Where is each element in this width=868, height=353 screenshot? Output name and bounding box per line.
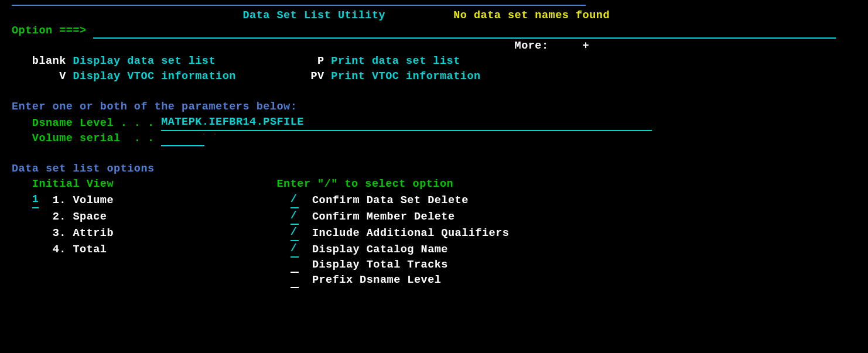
initial-view-header: Initial View — [32, 178, 114, 190]
dsname-input[interactable]: MATEPK.IEFBR14.PSFILE — [161, 115, 652, 131]
sel-2-label: Confirm Member Delete — [312, 211, 455, 223]
dsname-row[interactable]: Dsname Level . . . MATEPK.IEFBR14.PSFILE… — [12, 115, 868, 131]
more-row: More: + — [12, 39, 868, 54]
cmd-v-desc: Display VTOC information — [73, 70, 235, 83]
iv-2: 2. Space — [53, 211, 107, 223]
opt-row-2: 2. Space / Confirm Member Delete — [12, 208, 868, 225]
sel-3-label: Include Additional Qualifiers — [312, 227, 509, 239]
opt-row-1: 1 1. Volume / Confirm Data Set Delete — [12, 192, 868, 208]
sel-3-input[interactable]: / — [291, 225, 299, 241]
iv-4: 4. Total — [53, 244, 107, 256]
cmd-row-1: blank Display data set list P Print data… — [12, 54, 868, 69]
cmd-p-desc: Print data set list — [331, 55, 460, 67]
cmd-row-2: V Display VTOC information PV Print VTOC… — [12, 69, 868, 84]
sel-5-label: Display Total Tracks — [312, 259, 448, 271]
dsname-label: Dsname Level . . . — [32, 117, 155, 129]
iv-3: 3. Attrib — [53, 227, 114, 239]
cmd-blank-code: blank — [32, 55, 66, 67]
volser-input[interactable] — [161, 145, 204, 146]
headers-row: Initial View Enter "/" to select option — [12, 177, 868, 192]
option-label: Option ===> — [12, 25, 87, 37]
select-prompt: Enter "/" to select option — [277, 178, 454, 190]
panel-title: Data Set List Utility — [242, 9, 385, 22]
iv-1: 1. Volume — [53, 194, 114, 207]
volser-row[interactable]: Volume serial . . — [12, 131, 868, 146]
sel-6-label: Prefix Dsname Level — [312, 274, 441, 286]
option-row[interactable]: Option ===> — [12, 23, 868, 39]
sel-4-input[interactable]: / — [291, 241, 299, 258]
typo-marker: • • — [203, 127, 220, 142]
opt-row-5: Display Total Tracks — [12, 258, 868, 273]
cmd-blank-desc: Display data set list — [73, 55, 216, 67]
opt-row-3: 3. Attrib / Include Additional Qualifier… — [12, 225, 868, 241]
opt-row-4: 4. Total / Display Catalog Name — [12, 241, 868, 258]
sel-2-input[interactable]: / — [291, 208, 299, 225]
options-section: Data set list options — [12, 163, 155, 175]
sel-6-input[interactable] — [291, 287, 299, 288]
cmd-pv-desc: Print VTOC information — [331, 70, 480, 83]
opt-row-6: Prefix Dsname Level — [12, 273, 868, 288]
panel-top-divider — [12, 5, 586, 6]
sel-4-label: Display Catalog Name — [312, 244, 448, 256]
cmd-v-code: V — [59, 70, 66, 83]
volser-label: Volume serial . . — [32, 132, 155, 145]
more-label: More: — [515, 40, 549, 52]
initial-view-input[interactable]: 1 — [32, 192, 39, 208]
title-row: Data Set List Utility No data set names … — [12, 8, 868, 23]
panel-message: No data set names found — [453, 9, 610, 22]
more-indicator: + — [583, 40, 590, 52]
sel-1-label: Confirm Data Set Delete — [312, 194, 469, 207]
cmd-p-code: P — [317, 55, 324, 67]
cmd-pv-code: PV — [311, 70, 324, 83]
params-prompt: Enter one or both of the parameters belo… — [12, 101, 297, 113]
sel-1-input[interactable]: / — [291, 192, 299, 208]
